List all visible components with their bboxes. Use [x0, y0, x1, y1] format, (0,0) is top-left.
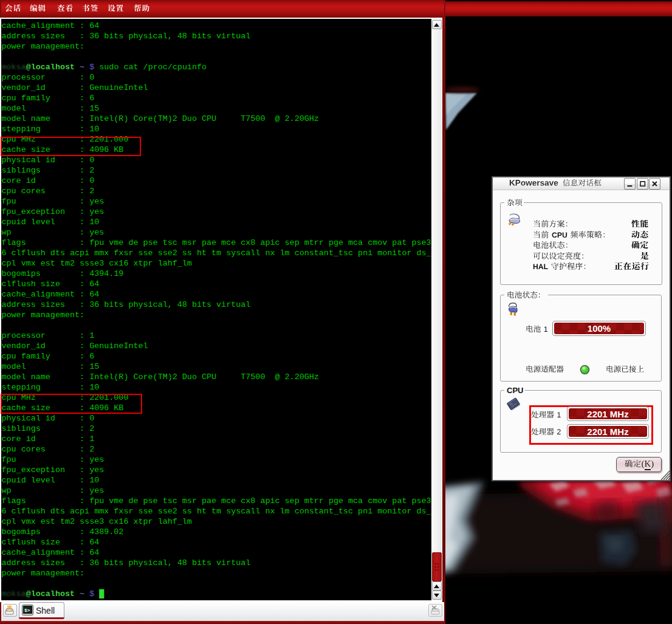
svg-text:$>: $>	[24, 608, 30, 613]
